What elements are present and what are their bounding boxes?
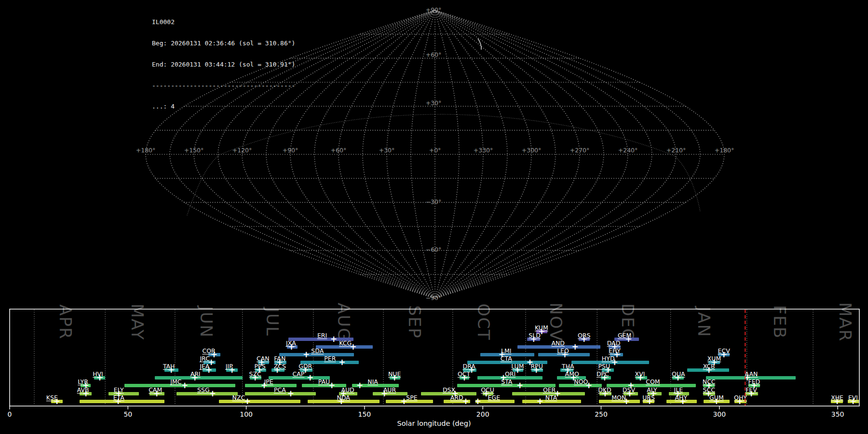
shower-code-label: NIA [356, 378, 390, 385]
shower-code-label: AHY [664, 394, 698, 401]
month-label: APR [56, 304, 75, 339]
shower-code-label: TAH [152, 363, 186, 370]
x-tick-label: 300 [713, 410, 726, 418]
shower-code-label: THA [551, 363, 585, 370]
shower-code-label: XVI [623, 370, 657, 378]
shower-code-label: GDR [288, 363, 322, 370]
shower-code-label: JRC [188, 355, 222, 362]
x-tick-label: 250 [595, 410, 608, 418]
shower-code-label: OCU [471, 386, 504, 393]
shower-code-label: AMO [555, 370, 589, 378]
shower-code-label: RPU [520, 363, 554, 370]
shower-code-label: EGE [477, 394, 511, 401]
shower-code-label: AUD [331, 386, 365, 393]
shower-code-label: DRA [452, 363, 486, 370]
shower-code-label: PER [313, 355, 347, 362]
shower-code-label: SCC [692, 386, 726, 393]
shower-code-label: LYR [66, 378, 100, 385]
shower-code-label: COM [636, 378, 670, 385]
shower-code-label: LMI [489, 347, 523, 354]
shower-code-label: NUE [378, 370, 411, 378]
timeline-panel: APRMAYJUNJULAUGSEPOCTNOVDECJANFEBMAR+KUM… [0, 0, 868, 434]
month-label: OCT [474, 303, 493, 340]
shower-code-label: ORS [567, 332, 601, 339]
x-tick-label: 150 [358, 410, 371, 418]
month-label: JAN [694, 307, 714, 338]
shower-code-label: COR [192, 347, 226, 354]
month-label: JUL [263, 308, 282, 337]
shower-code-label: ELY [102, 386, 136, 393]
shower-code-label: CAM [138, 386, 172, 393]
shower-code-label: NCC [692, 378, 726, 385]
shower-code-label: EVI [836, 394, 868, 401]
shower-code-label: ERI [305, 332, 339, 339]
shower-code-label: OCT [447, 370, 481, 378]
shower-code-label: AAN [734, 370, 768, 378]
shower-code-label: ORI [493, 370, 527, 378]
shower-code-label: KCG [328, 339, 362, 347]
shower-code-label: JPE [252, 378, 285, 385]
x-tick-label: 0 [8, 410, 12, 418]
shower-code-label: JMC [159, 378, 193, 385]
shower-code-label: AUR [373, 386, 407, 393]
shower-code-label: ARD [440, 394, 474, 401]
shower-code-label: JLE [662, 386, 695, 393]
shower-code-label: AVB [66, 386, 100, 393]
x-tick-label: 100 [240, 410, 253, 418]
shower-code-label: ARI [178, 370, 212, 378]
shower-code-label: GEM [608, 332, 641, 339]
shower-code-label: ECV [707, 347, 741, 354]
shower-code-label: MON [602, 394, 636, 401]
shower-code-label: CTA [489, 355, 523, 362]
shower-code-label: NOO [564, 378, 598, 385]
shower-code-label: EHY [598, 347, 632, 354]
shower-code-label: DAD [597, 339, 631, 347]
month-label: JUN [197, 306, 216, 338]
shower-code-label: QUA [662, 370, 695, 378]
shower-code-label: DPC [586, 370, 620, 378]
figure-canvas: +180°+150°+120°+90°+60°+30°+0°+330°+300°… [0, 0, 868, 434]
shower-code-label: SPE [395, 394, 429, 401]
shower-code-label: SLD [518, 332, 552, 339]
shower-code-label: FAN [263, 355, 297, 362]
shower-code-label: XCB [692, 363, 726, 370]
x-tick-label: 200 [476, 410, 489, 418]
shower-code-label: NDA [326, 394, 360, 401]
x-tick-label: 50 [123, 410, 132, 418]
shower-code-label: PCA [263, 386, 297, 393]
shower-code-label: SDA [300, 347, 334, 354]
shower-code-label: STA [490, 378, 524, 385]
shower-code-label: KUM [525, 324, 558, 331]
shower-code-label: NTA [534, 394, 568, 401]
shower-code-label: FED [737, 378, 771, 385]
shower-code-label: HYD [591, 355, 625, 362]
shower-code-label: PAU [307, 378, 341, 385]
shower-code-label: JXA [274, 339, 308, 347]
shower-code-label: SZC [238, 370, 272, 378]
shower-code-label: PSU [587, 363, 621, 370]
x-axis-title: Solar longitude (deg) [0, 420, 868, 427]
shower-code-label: ETA [102, 394, 136, 401]
month-label: MAY [128, 304, 147, 341]
shower-code-label: SSG [187, 386, 220, 393]
shower-code-label: KSE [35, 394, 69, 401]
shower-code-label: JIP [212, 363, 246, 370]
shower-code-label: OER [532, 386, 566, 393]
shower-code-label: FEV [734, 386, 768, 393]
shower-code-label: AND [541, 339, 575, 347]
month-label: FEB [770, 305, 789, 339]
shower-code-label: LEO [546, 347, 580, 354]
shower-code-label: XUM [697, 355, 731, 362]
shower-code-label: OHY [724, 394, 758, 401]
month-label: SEP [405, 305, 424, 339]
x-tick-label: 350 [831, 410, 844, 418]
shower-code-label: DSX [432, 386, 466, 393]
shower-code-label: URS [632, 394, 665, 401]
shower-code-label: NZC [222, 394, 256, 401]
shower-code-label: CAP [282, 370, 315, 378]
shower-code-label: HVI [81, 370, 115, 378]
month-label: MAR [836, 302, 855, 342]
